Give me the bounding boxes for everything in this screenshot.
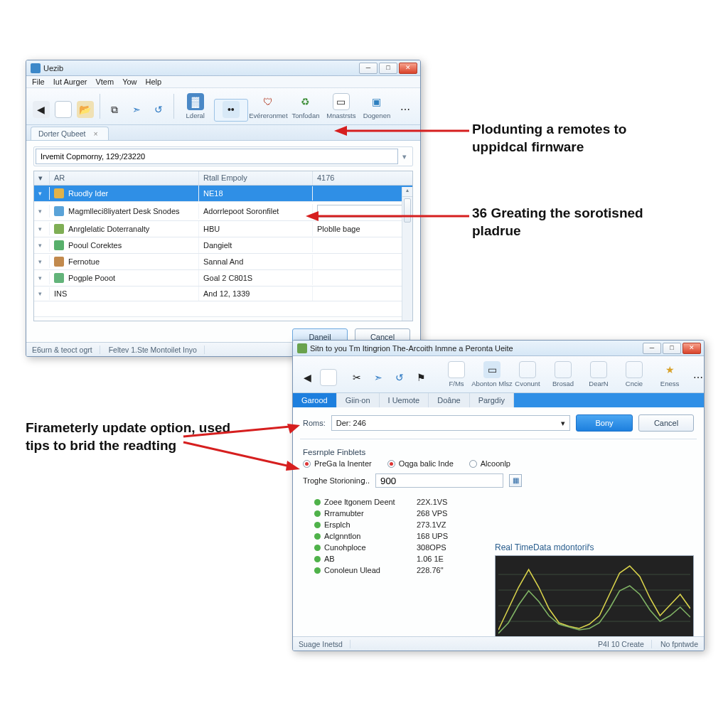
row-icon [54, 224, 64, 234]
row-icon [54, 188, 64, 198]
tool-refresh[interactable]: ↺ [390, 367, 410, 390]
tool-config[interactable]: ♻Tonfodan [289, 91, 323, 122]
table-row[interactable]: ▾FernotueSannal And [34, 254, 412, 270]
metric-row: AB1.06 1E [314, 553, 466, 564]
tool-monitor[interactable]: ▭Mnastrsts [324, 91, 358, 122]
close-button[interactable]: ✕ [399, 63, 417, 74]
calendar-icon[interactable]: ▦ [509, 474, 522, 487]
rom-select[interactable]: Der: 246 ▾ [331, 415, 570, 431]
row-icon [54, 206, 64, 216]
tab-pargdiy[interactable]: Pargdiy [470, 393, 514, 407]
tab-strip: Garood Giin·on I Uemote Doâne Pargdiy [293, 393, 704, 407]
tool-refresh[interactable]: ↺ [149, 99, 169, 122]
tool-library[interactable]: ▓Lderal [178, 91, 213, 122]
status-right-2: No fpntwde [660, 640, 698, 648]
close-button[interactable]: ✕ [682, 343, 701, 354]
radio-option-1[interactable]: PreGa la Inenter [303, 459, 372, 468]
radio-group: PreGa la Inenter Oqga balic Inde Alcoonl… [303, 459, 694, 468]
radio-option-3[interactable]: Alcoonlp [469, 459, 510, 468]
document-tab-label: Dorter Qubeet [38, 129, 86, 138]
table-row[interactable]: ▾Pooul CorektesDangielt [34, 237, 412, 254]
tool-env[interactable]: 🛡Evéreronmet [250, 91, 287, 122]
tool-dear[interactable]: DearN [582, 359, 616, 390]
tool-send[interactable]: ➣ [127, 99, 147, 122]
maximize-button[interactable]: □ [379, 63, 397, 74]
tool-overflow[interactable]: ⋯ [395, 99, 416, 122]
tool-selected[interactable]: •• [214, 99, 248, 122]
app-icon [297, 343, 307, 353]
table-row[interactable]: ▾Pogple PoootGoal 2 C801S [34, 270, 412, 287]
col2-head[interactable]: Rtall Empoly [199, 171, 313, 185]
tool-account[interactable]: Cvonunt [510, 359, 545, 390]
tab-general[interactable]: Garood [293, 393, 337, 407]
col3-head[interactable]: 4176 [313, 171, 412, 185]
tool-overflow[interactable]: ⋯ [688, 367, 705, 390]
svg-marker-9 [287, 424, 300, 434]
minimize-button[interactable]: ─ [359, 63, 378, 74]
radio-option-2[interactable]: Oqga balic Inde [387, 459, 454, 468]
document-tab[interactable]: Dorter Qubeet × [31, 127, 109, 140]
toolbar: ◀ 📂 ⧉ ➣ ↺ ▓Lderal •• 🛡Evéreronmet ♻Tonfo… [26, 88, 420, 125]
svg-marker-7 [306, 211, 318, 221]
titlebar: Sitn to you Tm Itingrion The-Arcoith Inm… [293, 341, 704, 356]
data-grid[interactable]: ▾ AR Rtall Empoly 4176 ▾Ruodly IderNE18▾… [33, 171, 413, 321]
tool-deploy[interactable]: ▣Dogenen [360, 91, 394, 122]
tool-back[interactable]: ◀ [297, 367, 317, 390]
tool-broad[interactable]: Brosad [546, 359, 580, 390]
menu-view[interactable]: Vtem [95, 77, 114, 86]
status-led-icon [314, 522, 321, 528]
filter-input[interactable] [36, 149, 398, 164]
app-icon [31, 63, 41, 73]
vertical-scrollbar[interactable]: ▴ [402, 187, 412, 321]
table-row[interactable]: ▾INSAnd 12, 1339 [34, 287, 412, 301]
section-title: Fesrnple Finblets [303, 448, 694, 456]
tool-new[interactable] [318, 367, 338, 390]
tab-remote[interactable]: I Uemote [380, 393, 429, 407]
menu-edit[interactable]: Iut Aurger [53, 77, 87, 86]
svg-line-10 [183, 442, 290, 466]
maximize-button[interactable]: □ [663, 343, 681, 354]
titlebar: Uezib ─ □ ✕ [26, 60, 420, 76]
row-icon [54, 273, 64, 283]
dropdown-icon[interactable]: ▾ [398, 152, 411, 161]
tool-new[interactable] [53, 99, 73, 122]
status-led-icon [314, 567, 321, 574]
status-cell-2: Feltev 1.Ste Montoilet Inyo [109, 346, 205, 354]
expand-col-head: ▾ [34, 171, 50, 185]
metric-row: Rrramubter268 VPS [314, 508, 466, 519]
tool-files[interactable]: F/Ms [439, 359, 473, 390]
radio-dot-icon [469, 460, 477, 468]
status-led-icon [314, 499, 321, 505]
run-button[interactable]: Bony [576, 414, 633, 432]
tool-star[interactable]: ★Eness [653, 359, 687, 390]
minimize-button[interactable]: ─ [643, 343, 661, 354]
tab-gimon[interactable]: Giin·on [337, 393, 380, 407]
window-monitor: Sitn to you Tm Itingrion The-Arcoith Inm… [292, 340, 705, 651]
arrow-icon [183, 424, 304, 473]
tool-arrow[interactable]: ➣ [368, 367, 388, 390]
tool-flag[interactable]: ⚑ [411, 367, 431, 390]
tool-abandon[interactable]: ▭Abonton Mlsz [475, 359, 509, 390]
tool-circle[interactable]: Cncie [617, 359, 651, 390]
arrow-icon [334, 124, 469, 138]
annotation-1: Plodunting a remotes to uppidcal firnwar… [472, 121, 685, 156]
menu-tools[interactable]: Yow [122, 77, 136, 86]
menu-help[interactable]: Help [146, 77, 162, 86]
combo-label: Roms: [303, 419, 326, 427]
interval-input[interactable] [375, 473, 503, 488]
statusbar: Suage Inetsd P4I 10 Create No fpntwde [293, 636, 704, 651]
tab-close-icon[interactable]: × [93, 129, 97, 138]
col1-head[interactable]: AR [50, 171, 199, 185]
cancel-button[interactable]: Cancel [638, 414, 694, 432]
table-row[interactable]: ▾Anrglelatic DoterranaltyHBUPloblle bage [34, 221, 412, 237]
table-row[interactable]: ▾Ruodly IderNE18 [34, 186, 412, 202]
tool-cut[interactable]: ✂ [347, 367, 367, 390]
tool-back[interactable]: ◀ [31, 99, 51, 122]
menu-file[interactable]: File [32, 77, 45, 86]
tool-open[interactable]: 📂 [75, 99, 95, 122]
interval-label: Troghe Storioninɡ.. [303, 476, 370, 486]
tool-copy[interactable]: ⧉ [105, 99, 125, 122]
chart-panel: Real TimeData mdontoriřs Arrad Mosurata … [495, 542, 694, 651]
tab-done[interactable]: Doâne [429, 393, 469, 407]
menubar: File Iut Aurger Vtem Yow Help [26, 76, 420, 88]
